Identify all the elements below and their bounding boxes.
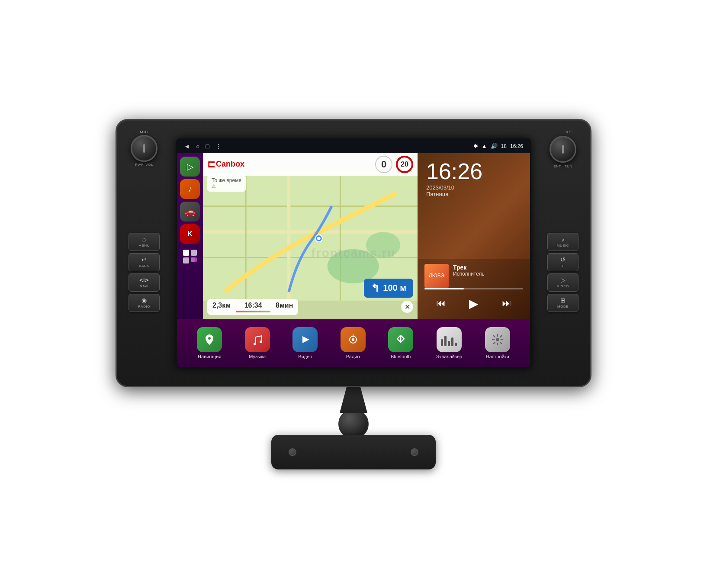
mode-btn-icon: ⊞	[560, 297, 566, 304]
media-widget: ЛЮБЭ Трек Исполнитель	[418, 259, 530, 319]
status-bar: ◄ ○ □ ⋮ ✱ ▲ 🔊 18 16:26	[177, 139, 530, 153]
more-nav-icon[interactable]: ⋮	[215, 143, 222, 150]
video-label: Видео	[298, 354, 312, 359]
eq-label: Эквалайзер	[436, 354, 462, 359]
recent-nav-icon[interactable]: □	[206, 143, 209, 150]
ent-label: ENT	[553, 164, 561, 168]
status-indicators: ✱ ▲ 🔊 18 16:26	[473, 143, 523, 149]
nav-icons: ◄ ○ □ ⋮	[184, 143, 222, 150]
stand-bolt-left	[289, 448, 296, 456]
stand-bolt-right	[411, 448, 418, 456]
status-time: 16:26	[510, 143, 523, 149]
svg-rect-4	[193, 257, 197, 262]
bt-button[interactable]: ↺ BT	[547, 253, 578, 271]
speed-limit: 20	[396, 156, 413, 173]
knob-sublabels: PWR VOL	[135, 163, 153, 167]
back-icon: ↩	[141, 256, 147, 263]
radio-dock-icon	[341, 327, 366, 352]
dock-app-video[interactable]: Видео	[292, 327, 318, 359]
music-btn-label: MUSIC	[557, 244, 569, 247]
left-knob-area: MIC PWR VOL	[131, 130, 157, 167]
video-btn-icon: ▷	[561, 276, 566, 283]
brand-icon[interactable]: K	[180, 224, 200, 244]
map-area: ⊏ Canbox 0 20	[203, 153, 418, 319]
duration-value: 8мин	[276, 302, 293, 309]
play-button[interactable]: ▶	[469, 296, 479, 311]
close-nav-button[interactable]: ✕	[401, 301, 413, 313]
nav-eta: 2,3км 16:34 8мин	[207, 299, 298, 315]
pwr-label: PWR	[135, 163, 144, 167]
menu-button[interactable]: ⌂ MENU	[129, 233, 160, 251]
svg-point-15	[317, 236, 321, 240]
clock-time: 16:26	[426, 160, 521, 183]
album-art: ЛЮБЭ	[424, 264, 449, 288]
app-dock: Навигация Музыка	[177, 319, 530, 367]
mode-button[interactable]: ⊞ MODE	[547, 294, 578, 312]
prev-button[interactable]: ⏮	[436, 298, 446, 309]
radio-icon: ◉	[141, 297, 147, 304]
screen: ◄ ○ □ ⋮ ✱ ▲ 🔊 18 16:26	[176, 138, 531, 368]
home-nav-icon[interactable]: ○	[196, 143, 199, 150]
menu-icon: ⌂	[142, 236, 146, 243]
nav-time-box: То же время ⚠	[207, 175, 246, 192]
back-button[interactable]: ↩ BACK	[129, 253, 160, 271]
clock-widget: 16:26 2023/03/10 Пятница	[418, 153, 530, 259]
right-buttons: ♪ MUSIC ↺ BT ▷ VIDEO ⊞ MODE	[547, 168, 578, 376]
track-artist: Исполнитель	[453, 271, 523, 277]
direction-arrow-icon: ↰	[371, 282, 379, 294]
bluetooth-label: Bluetooth	[391, 354, 411, 359]
rst-label: RST	[566, 130, 575, 134]
svg-point-13	[366, 232, 400, 258]
navi-label: NAVI	[140, 284, 148, 288]
dock-app-radio[interactable]: Радио	[341, 327, 366, 359]
back-nav-icon[interactable]: ◄	[184, 143, 190, 150]
unit-body: MIC PWR VOL ⌂ MENU ↩ BACK	[116, 119, 591, 387]
screen-content: ▷ ♪ 🚗 K	[177, 153, 530, 367]
settings-dock-icon	[485, 327, 510, 352]
eq-bars	[441, 333, 457, 346]
dock-app-navigation[interactable]: Навигация	[197, 327, 222, 359]
navigation-label: Навигация	[198, 354, 221, 359]
grid-icon[interactable]	[180, 247, 200, 267]
track-info: Трек Исполнитель	[453, 264, 523, 277]
tun-label: TUN	[565, 164, 572, 168]
car-app-icon[interactable]: 🚗	[180, 202, 200, 222]
canbox-logo: ⊏ Canbox	[207, 159, 244, 170]
media-progress-bar	[424, 288, 523, 289]
bt-btn-label: BT	[560, 264, 565, 268]
nav-notice: То же время	[212, 177, 241, 183]
distance-value: 2,3км	[212, 302, 231, 309]
next-button[interactable]: ⏭	[502, 298, 511, 309]
music-btn-icon: ♪	[562, 236, 565, 243]
dock-app-equalizer[interactable]: Эквалайзер	[436, 327, 462, 359]
maps-app-icon	[197, 327, 222, 352]
music-button[interactable]: ♪ MUSIC	[547, 233, 578, 251]
dock-app-settings[interactable]: Настройки	[485, 327, 510, 359]
right-knob[interactable]	[550, 136, 576, 163]
dock-app-music[interactable]: Музыка	[245, 327, 270, 359]
media-progress-fill	[424, 288, 464, 289]
volume-status-icon: 🔊	[491, 143, 498, 149]
svg-rect-0	[183, 250, 189, 256]
screen-area: ◄ ○ □ ⋮ ✱ ▲ 🔊 18 16:26	[168, 125, 539, 381]
duration-item: 8мин	[276, 302, 293, 312]
right-knob-area: RST ENT TUN	[550, 130, 576, 168]
current-speed: 0	[375, 156, 392, 173]
navi-button[interactable]: ⊲⊳ NAVI	[129, 273, 160, 292]
video-dock-icon	[292, 327, 318, 352]
video-button[interactable]: ▷ VIDEO	[547, 273, 578, 292]
page-wrapper: MIC PWR VOL ⌂ MENU ↩ BACK	[0, 0, 707, 588]
radio-label: Радио	[346, 354, 360, 359]
stand-base	[271, 435, 436, 469]
music-app-icon[interactable]: ♪	[180, 179, 200, 199]
nav-direction-bar: 2,3км 16:34 8мин	[207, 299, 413, 315]
dock-app-bluetooth[interactable]: Bluetooth	[388, 327, 413, 359]
direction-container: ↰ 100 м	[364, 279, 413, 298]
progress-bar	[236, 311, 270, 312]
left-knob[interactable]	[131, 135, 157, 162]
carplay-icon[interactable]: ▷	[180, 157, 200, 177]
sidebar-icons: ▷ ♪ 🚗 K	[177, 153, 203, 319]
menu-label: MENU	[138, 244, 150, 247]
vol-label: VOL	[145, 163, 153, 167]
radio-button[interactable]: ◉ RADIO	[129, 294, 160, 312]
